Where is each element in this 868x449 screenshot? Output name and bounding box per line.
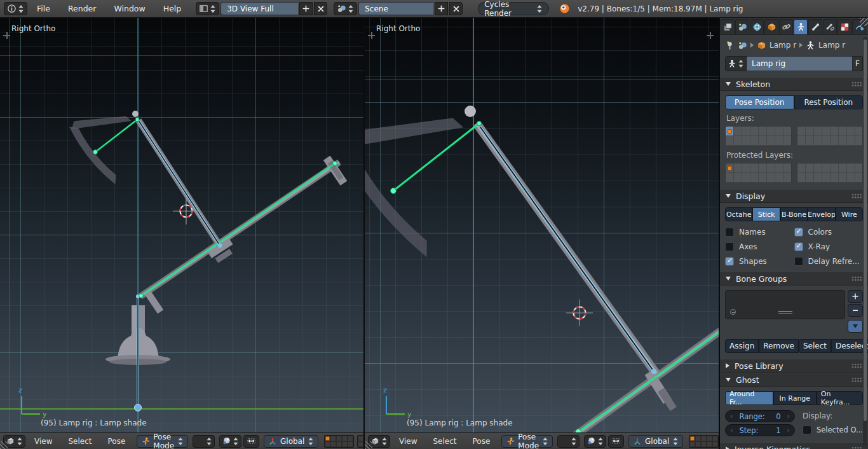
menu-view[interactable]: View [27, 437, 59, 446]
viewport-left[interactable]: z y (95) Lamp rig : Lamp shade Right Ort… [0, 18, 363, 432]
panel-grip-icon[interactable] [851, 377, 862, 382]
ghost-on-keyframes-button[interactable]: On Keyfra... [817, 391, 863, 405]
names-checkbox[interactable]: Names [725, 228, 794, 237]
3d-cursor[interactable] [566, 300, 593, 326]
tab-scene[interactable] [735, 19, 749, 34]
breadcrumb-object-name[interactable]: Lamp r [770, 41, 796, 50]
viewport-shading-dropdown[interactable] [193, 435, 215, 448]
id-block-selector[interactable] [725, 56, 747, 71]
colors-checkbox[interactable]: Colors [794, 228, 864, 237]
menu-pose[interactable]: Pose [101, 437, 133, 446]
bone-group-specials-dropdown[interactable] [848, 320, 863, 333]
pivot-point-dropdown[interactable] [584, 435, 606, 448]
pin-icon[interactable] [725, 41, 735, 50]
selected-only-checkbox[interactable]: Selected O... [803, 425, 863, 434]
assign-button[interactable]: Assign [725, 339, 759, 353]
list-resize-grip[interactable] [778, 311, 792, 314]
mode-dropdown[interactable]: Pose Mode [501, 435, 553, 448]
ghost-step-slider[interactable]: Step: 1 [725, 424, 795, 436]
properties-scrollbar[interactable] [863, 37, 867, 446]
menu-pose[interactable]: Pose [466, 437, 498, 446]
render-engine-dropdown[interactable]: Cycles Render [478, 2, 549, 15]
viewport-scene[interactable]: z y (95) Lamp rig : Lamp shade [0, 18, 363, 432]
panel-grip-icon[interactable] [851, 363, 862, 368]
manipulator-toggle[interactable] [608, 435, 624, 448]
bone-display-octahedral[interactable]: Octahe [725, 207, 752, 221]
menu-window[interactable]: Window [105, 4, 153, 13]
viewport-scene[interactable]: z y (95) Lamp rig : Lamp shade [365, 18, 719, 432]
bone-display-envelope[interactable]: Envelop [808, 207, 835, 221]
layer-visibility-widget[interactable] [689, 435, 719, 448]
layers-grid-left[interactable] [725, 126, 792, 146]
menu-help[interactable]: Help [155, 4, 190, 13]
panel-grip-icon[interactable] [851, 81, 862, 86]
rest-position-button[interactable]: Rest Position [794, 95, 864, 109]
protected-grid-right[interactable] [797, 163, 864, 183]
bone-display-wire[interactable]: Wire [836, 207, 863, 221]
delete-layout-button[interactable] [314, 2, 327, 15]
skeleton-panel-header[interactable]: Skeleton [720, 77, 868, 91]
add-layout-button[interactable] [299, 2, 313, 15]
region-resize-corner[interactable] [365, 441, 372, 449]
layer-visibility-widget[interactable] [324, 435, 363, 448]
delete-scene-button[interactable] [449, 2, 463, 15]
bone-display-stick[interactable]: Stick [752, 207, 780, 221]
tab-bone-constraints[interactable] [823, 19, 837, 34]
pivot-point-dropdown[interactable] [219, 435, 241, 448]
scene-name[interactable]: Scene [358, 2, 433, 15]
axes-checkbox[interactable]: Axes [725, 242, 794, 251]
tab-object-data-armature[interactable] [794, 19, 808, 34]
mode-dropdown[interactable]: Pose Mode [137, 435, 188, 448]
select-button[interactable]: Select [799, 339, 831, 353]
lamp-rig-mesh[interactable] [65, 92, 348, 408]
panel-grip-icon[interactable] [851, 446, 862, 449]
viewport-right[interactable]: z y (95) Lamp rig : Lamp shade Right Ort… [365, 18, 719, 432]
breadcrumb-data-name[interactable]: Lamp r [818, 41, 845, 50]
tab-world[interactable] [750, 19, 764, 34]
menu-select[interactable]: Select [426, 437, 463, 446]
menu-select[interactable]: Select [61, 437, 98, 446]
bone-display-bbone[interactable]: B-Bone [780, 207, 808, 221]
lower-arm-bone[interactable] [578, 333, 719, 432]
armature-bones[interactable] [391, 121, 719, 433]
remove-button[interactable]: Remove [759, 339, 799, 353]
region-expand-plus-icon[interactable] [707, 32, 714, 39]
orientation-dropdown[interactable]: Global [628, 435, 683, 448]
remove-bone-group-button[interactable] [848, 304, 863, 317]
region-resize-corner[interactable] [860, 18, 868, 26]
editor-type-selector[interactable] [4, 2, 27, 15]
ghost-range-slider[interactable]: Range: 0 [725, 410, 795, 422]
lower-arm-bone[interactable] [141, 163, 335, 296]
lamp-shade-mesh[interactable] [365, 71, 515, 262]
add-scene-button[interactable] [435, 2, 448, 15]
shapes-checkbox[interactable]: Shapes [725, 257, 794, 266]
protected-grid-left[interactable] [725, 163, 792, 183]
lamp-rig-mesh[interactable] [365, 71, 719, 432]
fake-user-button[interactable]: F [853, 56, 863, 71]
pose-library-panel-header[interactable]: Pose Library [720, 359, 868, 373]
scene-selector[interactable] [334, 2, 357, 15]
ghost-in-range-button[interactable]: In Range [773, 391, 817, 405]
menu-file[interactable]: File [29, 4, 58, 13]
tab-bone[interactable] [808, 19, 822, 34]
region-expand-plus-icon[interactable] [3, 32, 10, 39]
orientation-dropdown[interactable]: Global [264, 435, 318, 448]
region-expand-plus-icon[interactable] [368, 32, 375, 39]
add-bone-group-button[interactable] [848, 290, 863, 303]
layer-grid-right[interactable] [357, 435, 363, 448]
layer-grid-left[interactable] [324, 435, 354, 448]
list-filter-icon[interactable] [730, 309, 736, 315]
region-resize-corner[interactable] [0, 441, 8, 449]
viewport-shading-dropdown[interactable] [557, 435, 580, 448]
tab-constraints[interactable] [779, 19, 793, 34]
ghost-around-frame-button[interactable]: Around Fr... [725, 391, 773, 405]
menu-view[interactable]: View [392, 437, 424, 446]
protected-layers-widget[interactable] [725, 163, 863, 183]
delay-refresh-checkbox[interactable]: Delay Refre... [794, 257, 864, 266]
tab-object[interactable] [764, 19, 778, 34]
layer-grid-left[interactable] [689, 435, 719, 448]
armature-name-input[interactable] [747, 56, 853, 71]
armature-bones[interactable] [93, 118, 337, 411]
inverse-kinematics-panel-header[interactable]: Inverse Kinematics [720, 442, 868, 449]
menu-render[interactable]: Render [60, 4, 105, 13]
